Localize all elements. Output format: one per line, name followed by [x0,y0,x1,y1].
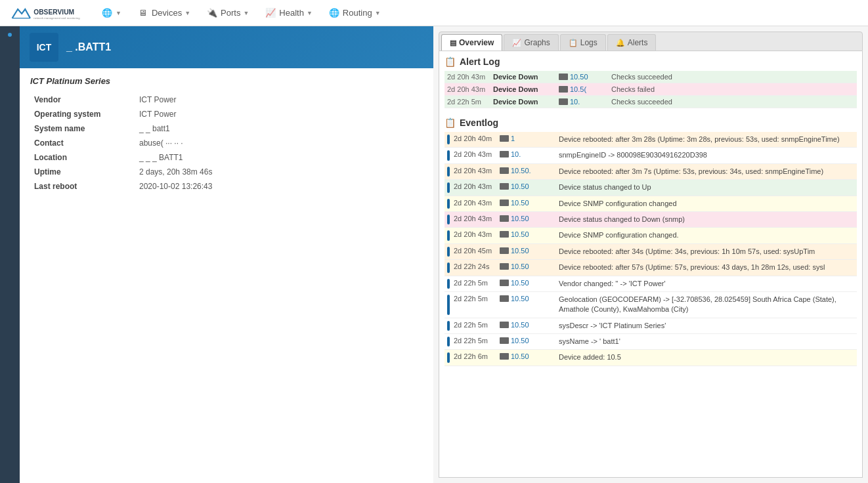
device-icon [500,183,509,190]
info-row-uptime: Uptime 2 days, 20h 38m 46s [30,165,423,179]
device-series: ICT Platinum Series [30,76,423,86]
svg-text:network management and monitor: network management and monitoring [33,16,80,20]
graphs-icon: 📈 [512,39,521,47]
device-logo: ICT [30,33,58,62]
device-icon [500,215,509,222]
event-device[interactable]: 10.50 [500,215,559,222]
event-device[interactable]: 10.50 [500,352,559,360]
ports-icon: 🔌 [206,7,218,19]
device-icon [500,295,509,302]
event-device[interactable]: 10.50 [500,279,559,287]
alert-device[interactable]: 10.5( [559,85,611,93]
nav-health[interactable]: 📈 Health ▼ [258,5,319,22]
event-row: 2d 22h 5m 10.50 sysName -> ' batt1' [445,334,857,350]
event-bar [447,295,450,315]
nav-globe[interactable]: 🌐 ▼ [95,5,128,22]
event-device[interactable]: 10.50 [500,337,559,345]
device-icon [559,74,568,80]
event-message: Device SNMP configuration changed [559,199,854,209]
event-message: Device rebooted: after 3m 28s (Uptime: 3… [559,135,854,144]
event-message: Geolocation (GEOCODEFARM) -> [-32.708536… [559,295,854,315]
device-icon [500,353,509,360]
device-icon [500,263,509,270]
event-time: 2d 22h 5m [454,321,500,329]
nav-ports[interactable]: 🔌 Ports ▼ [200,5,255,22]
right-panel: ▤ Overview 📈 Graphs 📋 Logs 🔔 Alerts 📋 Al… [433,26,868,483]
event-bar [447,150,450,160]
device-icon [500,151,509,158]
alert-device[interactable]: 10.50 [559,73,611,81]
event-time: 2d 20h 43m [454,230,500,238]
event-row: 2d 22h 6m 10.50 Device added: 10.5 [445,350,857,366]
event-message: Vendor changed: '' -> 'ICT Power' [559,279,854,289]
event-device[interactable]: 10.50 [500,321,559,329]
event-bar [447,215,450,224]
sidebar-indicator [8,33,12,37]
event-device[interactable]: 10.50 [500,182,559,190]
main-layout: ICT _ .BATT1 ICT Platinum Series Vendor … [0,26,868,483]
main-content: 📋 Alert Log 2d 20h 43m Device Down 10.50… [439,51,863,478]
event-row: 2d 22h 5m 10.50 sysDescr -> 'ICT Platinu… [445,318,857,334]
logs-icon: 📋 [569,39,578,47]
device-icon [500,280,509,286]
alert-message: Checks failed [611,85,854,93]
info-row-location: Location _ _ _ BATT1 [30,150,423,165]
routing-icon: 🌐 [328,7,340,19]
event-bar [447,199,450,209]
event-time: 2d 22h 5m [454,337,500,345]
alert-status: Device Down [493,98,559,106]
nav-routing[interactable]: 🌐 Routing ▼ [322,5,387,22]
event-bar [447,337,450,346]
svg-text:OBSERVIUM: OBSERVIUM [33,8,74,15]
event-bar [447,352,450,362]
event-time: 2d 22h 5m [454,295,500,303]
tab-alerts[interactable]: 🔔 Alerts [607,34,657,51]
event-device[interactable]: 10.50 [500,295,559,303]
event-row: 2d 22h 5m 10.50 Vendor changed: '' -> 'I… [445,276,857,292]
tab-logs[interactable]: 📋 Logs [560,34,606,51]
event-row: 2d 22h 24s 10.50 Device rebooted: after … [445,260,857,276]
event-message: Device rebooted: after 57s (Uptime: 57s,… [559,262,854,272]
left-sidebar [0,26,20,483]
alert-log-icon: 📋 [445,56,456,67]
event-row: 2d 20h 43m 10.50 Device status changed t… [445,212,857,228]
alert-time: 2d 20h 43m [447,85,493,93]
event-bar [447,135,450,144]
event-time: 2d 20h 43m [454,182,500,190]
tab-overview[interactable]: ▤ Overview [441,34,502,51]
event-bar [447,321,450,331]
logo: OBSERVIUM network management and monitor… [7,3,85,23]
event-device[interactable]: 10.50 [500,230,559,238]
event-device[interactable]: 1 [500,135,559,142]
info-row-os: Operating system ICT Power [30,107,423,121]
event-time: 2d 22h 6m [454,352,500,360]
alert-status: Device Down [493,85,559,93]
alert-row: 2d 20h 43m Device Down 10.50 Checks succ… [445,71,857,83]
event-device[interactable]: 10.50 [500,262,559,270]
device-info-panel: ICT Platinum Series Vendor ICT Power Ope… [20,68,433,483]
tab-bar: ▤ Overview 📈 Graphs 📋 Logs 🔔 Alerts [439,32,863,51]
alert-device[interactable]: 10. [559,98,611,106]
event-device[interactable]: 10.50 [500,247,559,255]
event-device[interactable]: 10.50. [500,167,559,175]
event-message: sysDescr -> 'ICT Platinum Series' [559,321,854,331]
health-icon: 📈 [265,7,276,19]
info-row-vendor: Vendor ICT Power [30,93,423,107]
info-row-contact: Contact abuse( ··· ·· · [30,136,423,150]
device-icon [500,167,509,174]
eventlog-table: 2d 20h 40m 1 Device rebooted: after 3m 2… [445,132,857,366]
top-navigation: OBSERVIUM network management and monitor… [0,0,868,26]
event-bar [447,182,450,192]
event-time: 2d 22h 5m [454,279,500,287]
device-icon [500,337,509,344]
event-row: 2d 20h 43m 10.50 Device status changed t… [445,180,857,196]
event-row: 2d 20h 40m 1 Device rebooted: after 3m 2… [445,132,857,148]
alert-row: 2d 22h 5m Device Down 10. Checks succeed… [445,96,857,108]
nav-devices[interactable]: 🖥 Devices ▼ [131,5,197,22]
event-device[interactable]: 10. [500,150,559,158]
event-device[interactable]: 10.50 [500,199,559,207]
device-header: ICT _ .BATT1 [20,26,433,68]
devices-icon: 🖥 [137,7,149,19]
tab-graphs[interactable]: 📈 Graphs [504,34,558,51]
alert-message: Checks succeeded [611,73,854,81]
